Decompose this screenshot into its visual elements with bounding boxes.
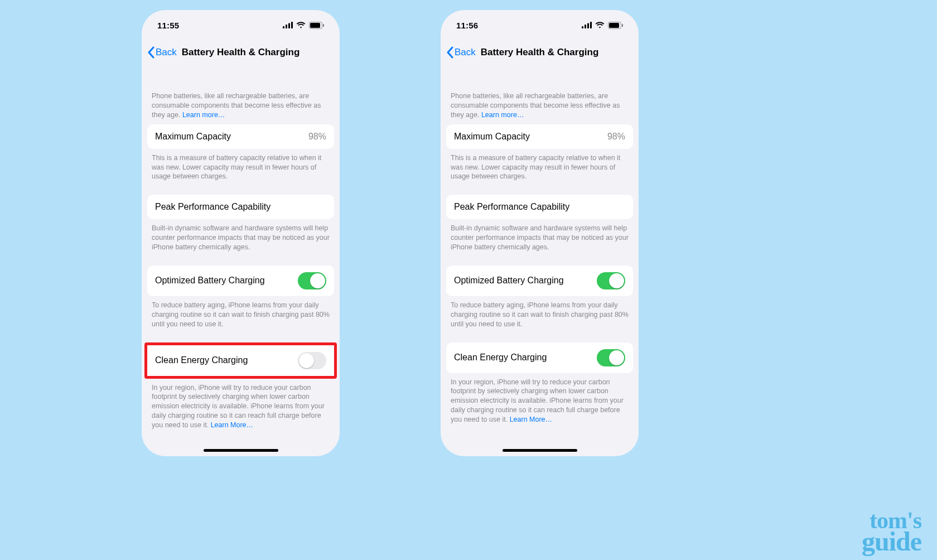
chevron-left-icon [147,46,154,59]
capacity-footer: This is a measure of battery capacity re… [441,149,639,185]
wifi-icon [595,22,605,28]
intro-learn-more-link[interactable]: Learn more… [182,111,225,119]
back-label: Back [156,47,177,58]
clean-energy-label: Clean Energy Charging [454,353,547,363]
max-capacity-cell[interactable]: Maximum Capacity 98% [147,124,334,149]
optimized-toggle[interactable] [298,272,326,289]
battery-icon [309,22,324,29]
intro-text: Phone batteries, like all rechargeable b… [142,71,340,124]
capacity-group: Maximum Capacity 98% [446,124,633,149]
toms-guide-logo: tom's guide [862,510,921,553]
clean-energy-learn-more-link[interactable]: Learn More… [510,416,552,423]
optimized-toggle[interactable] [597,272,625,289]
peak-label: Peak Performance Capability [454,202,569,212]
optimized-footer: To reduce battery aging, iPhone learns f… [142,296,340,332]
back-label: Back [455,47,476,58]
page-title: Battery Health & Charging [481,47,599,58]
home-indicator[interactable] [204,449,278,452]
svg-rect-13 [622,24,623,27]
nav-bar: Back Battery Health & Charging [142,40,340,65]
nav-bar: Back Battery Health & Charging [441,40,639,65]
cellular-signal-icon [283,22,293,28]
clean-energy-footer: In your region, iPhone will try to reduc… [441,373,639,428]
phone-screenshot-left: 11:55 Back Battery Health & Charging Pho… [142,10,340,456]
svg-rect-2 [288,23,290,29]
max-capacity-value: 98% [308,132,326,142]
svg-rect-1 [286,25,287,28]
capacity-footer: This is a measure of battery capacity re… [142,149,340,185]
clean-energy-cell[interactable]: Clean Energy Charging [147,345,334,376]
svg-rect-9 [587,23,589,29]
optimized-group: Optimized Battery Charging [147,265,334,296]
clean-energy-toggle[interactable] [298,352,326,369]
optimized-group: Optimized Battery Charging [446,265,633,296]
optimized-label: Optimized Battery Charging [155,276,265,286]
logo-line-2: guide [862,529,921,553]
max-capacity-label: Maximum Capacity [454,132,530,142]
peak-footer: Built-in dynamic software and hardware s… [441,219,639,255]
back-button[interactable]: Back [147,46,177,59]
svg-rect-10 [590,22,592,28]
clean-energy-group: Clean Energy Charging [147,345,334,376]
peak-group: Peak Performance Capability [446,195,633,219]
clean-energy-toggle[interactable] [597,349,625,366]
status-time: 11:55 [157,21,179,30]
page-title: Battery Health & Charging [182,47,300,58]
intro-learn-more-link[interactable]: Learn more… [481,111,524,119]
status-bar: 11:56 [441,10,639,40]
max-capacity-cell[interactable]: Maximum Capacity 98% [446,124,633,149]
svg-rect-7 [582,26,583,28]
clean-energy-learn-more-link[interactable]: Learn More… [211,421,253,429]
clean-energy-footer: In your region, iPhone will try to reduc… [142,379,340,433]
clean-energy-cell[interactable]: Clean Energy Charging [446,342,633,373]
content: Phone batteries, like all rechargeable b… [142,65,340,433]
status-icons [582,22,623,29]
battery-icon [608,22,623,29]
peak-performance-cell[interactable]: Peak Performance Capability [147,195,334,219]
optimized-footer: To reduce battery aging, iPhone learns f… [441,296,639,332]
clean-energy-highlight: Clean Energy Charging [144,342,337,379]
optimized-charging-cell[interactable]: Optimized Battery Charging [446,265,633,296]
max-capacity-value: 98% [607,132,625,142]
peak-performance-cell[interactable]: Peak Performance Capability [446,195,633,219]
chevron-left-icon [446,46,453,59]
svg-rect-6 [323,24,324,27]
wifi-icon [296,22,306,28]
svg-rect-5 [310,23,320,28]
peak-footer: Built-in dynamic software and hardware s… [142,219,340,255]
optimized-label: Optimized Battery Charging [454,276,564,286]
status-bar: 11:55 [142,10,340,40]
peak-label: Peak Performance Capability [155,202,271,212]
status-time: 11:56 [456,21,478,30]
svg-rect-8 [585,25,586,28]
capacity-group: Maximum Capacity 98% [147,124,334,149]
canvas: 11:55 Back Battery Health & Charging Pho… [78,46,862,514]
optimized-charging-cell[interactable]: Optimized Battery Charging [147,265,334,296]
phone-screenshot-right: 11:56 Back Battery Health & Charging Pho… [441,10,639,456]
intro-text: Phone batteries, like all rechargeable b… [441,71,639,124]
cellular-signal-icon [582,22,592,28]
svg-rect-12 [609,23,619,28]
content: Phone batteries, like all rechargeable b… [441,65,639,428]
clean-energy-group: Clean Energy Charging [446,342,633,373]
home-indicator[interactable] [503,449,577,452]
status-icons [283,22,324,29]
back-button[interactable]: Back [446,46,476,59]
clean-energy-label: Clean Energy Charging [155,355,248,365]
svg-rect-3 [291,22,293,28]
max-capacity-label: Maximum Capacity [155,132,231,142]
peak-group: Peak Performance Capability [147,195,334,219]
svg-rect-0 [283,26,284,28]
